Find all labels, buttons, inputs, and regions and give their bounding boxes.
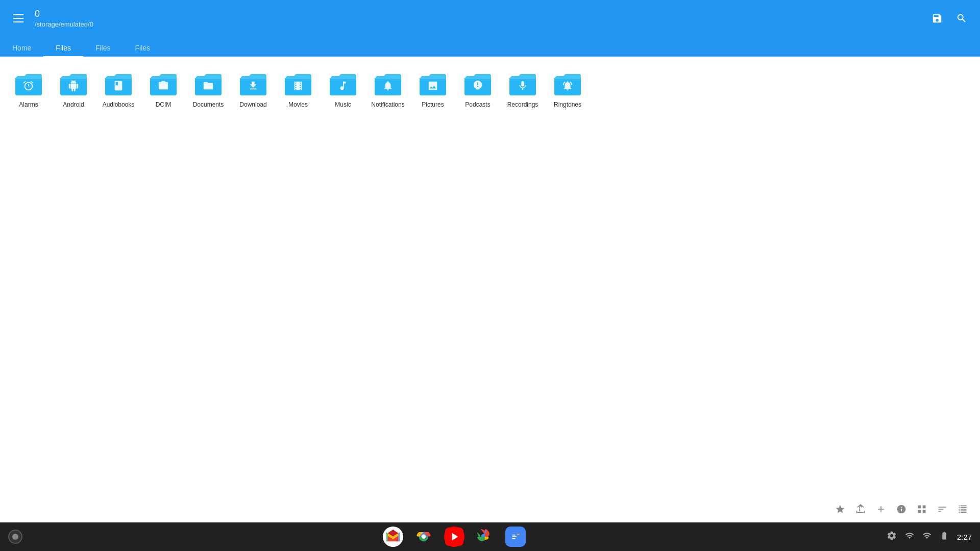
taskbar-left: [8, 530, 22, 544]
folder-download[interactable]: Download: [233, 65, 274, 113]
grid-view-button[interactable]: [913, 500, 931, 518]
folder-label: Ringtones: [554, 101, 581, 109]
save-button[interactable]: [927, 8, 947, 29]
app-chrome[interactable]: [413, 527, 434, 547]
taskbar-apps: [383, 527, 526, 547]
list-view-button[interactable]: [953, 500, 972, 518]
folder-dcim[interactable]: DCIM: [143, 65, 184, 113]
top-actions: [927, 8, 972, 29]
app-title: 0: [35, 9, 93, 20]
folder-alarms[interactable]: Alarms: [8, 65, 49, 113]
folder-label: Recordings: [507, 101, 538, 109]
path-text: /storage/emulated/0: [35, 20, 93, 28]
app-youtube[interactable]: [444, 527, 464, 547]
folder-label: Movies: [288, 101, 308, 109]
folder-label: Notifications: [371, 101, 404, 109]
folder-documents[interactable]: Documents: [188, 65, 229, 113]
menu-button[interactable]: [8, 8, 29, 29]
tab-home[interactable]: Home: [0, 40, 43, 57]
wifi-icon: [922, 531, 932, 543]
folder-label: Android: [63, 101, 84, 109]
title-area: 0 /storage/emulated/0: [35, 9, 93, 29]
folder-podcasts[interactable]: Podcasts: [457, 65, 498, 113]
folder-label: Download: [239, 101, 266, 109]
folder-music[interactable]: Music: [323, 65, 363, 113]
folder-label: Documents: [193, 101, 224, 109]
folder-android[interactable]: Android: [53, 65, 94, 113]
folder-label: Alarms: [19, 101, 38, 109]
folder-pictures[interactable]: Pictures: [412, 65, 453, 113]
bottom-actions: [831, 496, 972, 522]
app-gmail[interactable]: [383, 527, 403, 547]
main-content: Alarms Android Audiobooks DCIM: [0, 57, 980, 522]
tab-files-1[interactable]: Files: [43, 40, 83, 57]
folder-notifications[interactable]: Notifications: [368, 65, 408, 113]
taskbar: 2:27: [0, 522, 980, 551]
folder-label: Podcasts: [465, 101, 490, 109]
upload-button[interactable]: [851, 500, 870, 518]
add-button[interactable]: [872, 500, 890, 518]
info-button[interactable]: [892, 500, 911, 518]
star-button[interactable]: [831, 500, 849, 518]
tab-files-2[interactable]: Files: [83, 40, 123, 57]
folder-label: Music: [335, 101, 351, 109]
folder-label: DCIM: [156, 101, 172, 109]
nav-tabs: Home Files Files Files: [0, 37, 980, 57]
app-tasks[interactable]: [505, 527, 526, 547]
tab-files-3[interactable]: Files: [122, 40, 162, 57]
settings-icon[interactable]: [887, 531, 897, 543]
search-button[interactable]: [951, 8, 972, 29]
app-bar: 0 /storage/emulated/0: [0, 0, 980, 37]
time-display: 2:27: [957, 533, 972, 541]
sort-button[interactable]: [933, 500, 951, 518]
folder-label: Audiobooks: [103, 101, 135, 109]
folder-label: Pictures: [422, 101, 444, 109]
status-indicator: [8, 530, 22, 544]
svg-point-2: [422, 535, 426, 539]
app-photos[interactable]: [475, 527, 495, 547]
taskbar-right: 2:27: [887, 531, 972, 543]
folder-recordings[interactable]: Recordings: [502, 65, 543, 113]
folder-grid: Alarms Android Audiobooks DCIM: [8, 65, 972, 113]
folder-movies[interactable]: Movies: [278, 65, 318, 113]
signal-icon: [905, 531, 914, 543]
folder-ringtones[interactable]: Ringtones: [547, 65, 588, 113]
folder-audiobooks[interactable]: Audiobooks: [98, 65, 139, 113]
battery-icon: [940, 531, 949, 543]
